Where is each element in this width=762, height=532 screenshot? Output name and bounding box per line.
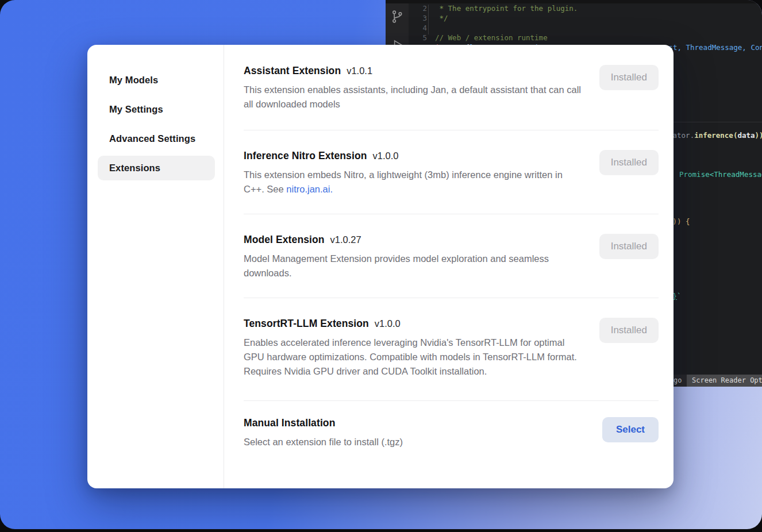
installed-badge: Installed xyxy=(599,318,659,343)
extension-description: Enables accelerated inference leveraging… xyxy=(244,336,583,379)
code-text: */ xyxy=(427,13,448,23)
extension-name: Inference Nitro Extension xyxy=(244,150,367,162)
sidebar-item-my-models[interactable]: My Models xyxy=(98,68,215,92)
extension-name: Assistant Extension xyxy=(244,65,341,77)
sidebar-item-advanced-settings[interactable]: Advanced Settings xyxy=(98,126,215,151)
extension-name: TensortRT-LLM Extension xyxy=(244,318,369,330)
code-fragment: rator.inference(data)); xyxy=(668,131,762,140)
manual-installation-description: Select an extension file to install (.tg… xyxy=(244,435,403,449)
sidebar-item-my-settings[interactable]: My Settings xyxy=(98,97,215,122)
extension-row-assistant: Assistant Extension v1.0.1 This extensio… xyxy=(244,45,659,130)
installed-badge: Installed xyxy=(599,234,659,259)
extensions-list: Assistant Extension v1.0.1 This extensio… xyxy=(224,45,674,488)
settings-modal: My Models My Settings Advanced Settings … xyxy=(87,45,674,488)
extension-version: v1.0.0 xyxy=(375,318,401,329)
extension-version: v1.0.27 xyxy=(330,234,361,245)
extension-row-nitro: Inference Nitro Extension v1.0.0 This ex… xyxy=(244,130,659,214)
code-text: * The entrypoint for the plugin. xyxy=(427,3,578,13)
source-control-icon[interactable] xyxy=(390,9,405,26)
extension-description: This extension enables assistants, inclu… xyxy=(244,83,583,111)
manual-installation-title: Manual Installation xyxy=(244,417,335,429)
line-number: 4 xyxy=(409,23,427,33)
status-bar-text: go xyxy=(674,375,682,387)
line-number: 3 xyxy=(409,13,427,23)
extension-description: This extension embeds Nitro, a lightweig… xyxy=(244,168,583,196)
extension-row-tensorrt: TensortRT-LLM Extension v1.0.0 Enables a… xyxy=(244,298,659,401)
line-number: 5 xyxy=(409,33,427,43)
installed-badge: Installed xyxy=(599,150,659,175)
extension-version: v1.0.0 xyxy=(373,151,399,161)
code-fragment: Promise<ThreadMessage> xyxy=(679,170,762,179)
settings-sidebar: My Models My Settings Advanced Settings … xyxy=(87,45,224,488)
code-text: // Web / extension runtime xyxy=(427,33,548,43)
desktop-wallpaper: 2 * The entrypoint for the plugin. 3 */ … xyxy=(0,0,762,529)
manual-installation-row: Manual Installation Select an extension … xyxy=(244,401,659,449)
installed-badge: Installed xyxy=(599,65,659,90)
nitro-jan-ai-link[interactable]: nitro.jan.ai. xyxy=(286,184,333,194)
code-line: 4 xyxy=(409,23,762,33)
code-line: 3 */ xyxy=(409,13,762,23)
extension-description: Model Management Extension provides mode… xyxy=(244,252,583,280)
code-line: 5 // Web / extension runtime xyxy=(409,33,762,43)
select-file-button[interactable]: Select xyxy=(602,417,659,442)
extension-name: Model Extension xyxy=(244,234,325,246)
extension-row-model: Model Extension v1.0.27 Model Management… xyxy=(244,214,659,298)
code-line: 2 * The entrypoint for the plugin. xyxy=(409,3,762,13)
screen-reader-status-item[interactable]: Screen Reader Optimized xyxy=(687,375,762,387)
sidebar-item-extensions[interactable]: Extensions xyxy=(98,156,215,180)
extension-version: v1.0.1 xyxy=(347,65,372,76)
line-number: 2 xyxy=(409,3,427,13)
